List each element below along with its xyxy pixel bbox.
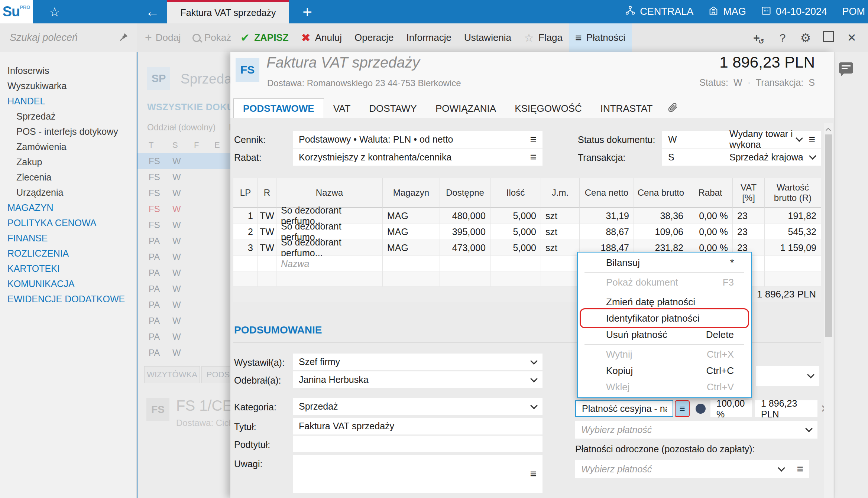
chevron-down-icon[interactable] xyxy=(796,134,803,142)
new-tab-button[interactable]: + xyxy=(294,0,320,23)
cell-gross-price[interactable]: 38,36 xyxy=(634,208,688,224)
col-ilosc[interactable]: Ilość xyxy=(490,178,541,208)
sidebar-item-pos-interfejs-dotykowy[interactable]: POS - interfejs dotykowy xyxy=(0,124,136,139)
sidebar-item-sprzedaz[interactable]: Sprzedaż xyxy=(0,109,136,124)
cell-available[interactable]: 473,000 xyxy=(440,240,490,256)
save-button[interactable]: ✔ ZAPISZ xyxy=(234,23,295,52)
document-list-row[interactable]: PAW xyxy=(137,297,230,313)
cell-empty[interactable] xyxy=(258,256,276,272)
cell-empty[interactable] xyxy=(233,256,258,272)
subtitle-input[interactable] xyxy=(293,436,542,452)
payment-name-input-focused[interactable]: Platność cesyjna - natych xyxy=(575,400,673,417)
tab-ksiegowosc[interactable]: KSIĘGOWOŚĆ xyxy=(505,99,591,118)
rabat-menu-icon[interactable]: ≡ xyxy=(530,152,537,163)
payment-type-select-partial[interactable] xyxy=(756,366,819,386)
menu-item-bilansuj[interactable]: Bilansuj * xyxy=(578,254,751,271)
cell-r[interactable]: TW xyxy=(258,208,276,224)
app-logo[interactable]: SuPRO xyxy=(0,0,33,23)
chevron-down-icon[interactable] xyxy=(530,357,538,365)
sidebar-item-zamowienia[interactable]: Zamówienia xyxy=(0,139,136,154)
status-menu-icon[interactable]: ≡ xyxy=(809,134,815,145)
cell-gross-value[interactable]: 545,32 xyxy=(765,224,821,240)
sidebar-section-polityka-cenowa[interactable]: POLITYKA CENOWA xyxy=(0,215,136,231)
document-list-row[interactable]: PAW xyxy=(137,249,230,265)
cell-unit[interactable]: szt xyxy=(541,240,580,256)
col-wartosc-brutto[interactable]: Wartość brutto (R) xyxy=(765,178,821,208)
sidebar-item-urzadzenia[interactable]: Urządzenia xyxy=(0,185,136,200)
rabat-field[interactable]: Korzystniejszy z kontrahenta/cennika ≡ xyxy=(293,149,542,166)
menu-item-wklej-disabled[interactable]: Wklej Ctrl+V xyxy=(578,379,751,395)
sidebar-item-infoserwis[interactable]: Infoserwis xyxy=(0,63,136,78)
flag-button[interactable]: ☆ Flaga xyxy=(518,23,569,52)
menu-item-wytnij-disabled[interactable]: Wytnij Ctrl+X xyxy=(578,346,751,362)
issuer-select[interactable]: Szef firmy xyxy=(293,354,542,370)
notes-menu-icon[interactable]: ≡ xyxy=(530,468,537,479)
new-item-name-placeholder[interactable]: Nazwa xyxy=(276,256,383,272)
cell-vat[interactable]: 23 xyxy=(733,208,765,224)
menu-item-zmien-date-platnosci[interactable]: Zmień datę płatności xyxy=(578,294,751,310)
sidebar-section-rozliczenia[interactable]: ROZLICZENIA xyxy=(0,246,136,261)
sidebar-section-ewidencje-dodatkowe[interactable]: EWIDENCJE DODATKOWE xyxy=(0,292,136,307)
chevron-down-icon[interactable] xyxy=(807,371,814,378)
menu-item-pokaz-dokument-disabled[interactable]: Pokaż dokument F3 xyxy=(578,274,751,290)
cell-lp[interactable]: 1 xyxy=(233,208,258,224)
cennik-menu-icon[interactable]: ≡ xyxy=(530,134,537,145)
payment-menu-button-highlighted[interactable]: ≡ xyxy=(675,400,690,417)
cell-empty[interactable] xyxy=(440,272,490,287)
help-menu-clipped[interactable]: POM xyxy=(842,0,865,23)
document-list-row[interactable]: PAW xyxy=(137,265,230,281)
notes-textarea[interactable]: ≡ xyxy=(293,455,542,493)
title-input[interactable]: Faktura VAT sprzedaży xyxy=(293,418,542,434)
cell-empty[interactable] xyxy=(490,272,541,287)
tab-dostawy[interactable]: DOSTAWY xyxy=(360,99,426,118)
sidebar-section-kartoteki[interactable]: KARTOTEKI xyxy=(0,261,136,276)
tab-podstawowe[interactable]: PODSTAWOWE xyxy=(233,98,324,118)
cell-gross-price[interactable]: 109,06 xyxy=(634,224,688,240)
cell-empty[interactable] xyxy=(383,272,440,287)
col-cena-brutto[interactable]: Cena brutto xyxy=(634,178,688,208)
menu-item-identyfikator-platnosci-highlighted[interactable]: Identyfikator płatności xyxy=(578,310,751,326)
payment-percent-field[interactable]: 100,00 % xyxy=(710,400,752,417)
cell-unit[interactable]: szt xyxy=(541,224,580,240)
payment-amount-field[interactable]: 1 896,23 PLN xyxy=(755,400,817,417)
cell-empty[interactable] xyxy=(541,256,580,272)
chevron-down-icon[interactable] xyxy=(805,425,813,432)
show-button-disabled[interactable]: Pokaż xyxy=(192,23,231,52)
tab-intrastat[interactable]: INTRASTAT xyxy=(591,99,662,118)
scrollbar-thumb[interactable] xyxy=(825,134,832,337)
col-magazyn[interactable]: Magazyn xyxy=(383,178,440,208)
cell-vat[interactable]: 23 xyxy=(733,224,765,240)
cell-net-price[interactable]: 88,67 xyxy=(580,224,634,240)
payments-menu-active[interactable]: ≡ Płatności xyxy=(569,23,632,52)
back-arrow-icon[interactable]: ← xyxy=(138,0,166,23)
sidebar-section-magazyn[interactable]: MAGAZYN xyxy=(0,200,136,215)
cell-name[interactable]: So dezodorant perfumo... xyxy=(276,240,383,256)
choose-payment-select[interactable]: Wybierz płatność xyxy=(575,421,817,439)
warehouse-selector[interactable]: MAG xyxy=(708,5,746,18)
document-list-row[interactable]: PAW xyxy=(137,329,230,345)
menu-item-kopiuj[interactable]: Kopiuj Ctrl+C xyxy=(578,362,751,379)
cell-quantity[interactable]: 5,000 xyxy=(490,208,541,224)
cell-empty[interactable] xyxy=(276,272,383,287)
document-list-row-alert[interactable]: FSW xyxy=(137,201,230,217)
sidebar-item-zlecenia[interactable]: Zlecenia xyxy=(0,170,136,185)
tab-powiazania[interactable]: POWIĄZANIA xyxy=(426,99,505,118)
sidebar-item-zakup[interactable]: Zakup xyxy=(0,154,136,170)
cell-empty[interactable] xyxy=(765,272,821,287)
transakcja-field[interactable]: S Sprzedaż krajowa xyxy=(662,149,821,166)
cell-net-price[interactable]: 31,19 xyxy=(580,208,634,224)
work-date-selector[interactable]: 04-10-2024 xyxy=(761,5,827,18)
chevron-down-icon[interactable] xyxy=(809,152,816,160)
add-button-disabled[interactable]: + Dodaj xyxy=(145,23,181,52)
favorites-star-icon[interactable]: ☆ xyxy=(42,0,68,23)
status-dokumentu-field[interactable]: W Wydany towar i wykona ≡ xyxy=(662,131,821,148)
col-vat[interactable]: VAT [%] xyxy=(733,178,765,208)
deferred-payment-select[interactable]: Wybierz płatność ≡ xyxy=(575,460,809,478)
maximize-icon[interactable] xyxy=(817,31,840,45)
col-jm[interactable]: J.m. xyxy=(541,178,580,208)
cell-empty[interactable] xyxy=(541,272,580,287)
document-list-row[interactable]: PAW xyxy=(137,313,230,329)
col-lp[interactable]: LP xyxy=(233,178,258,208)
vertical-scrollbar[interactable] xyxy=(824,123,833,498)
cancel-button[interactable]: ✖ Anuluj xyxy=(295,23,348,52)
